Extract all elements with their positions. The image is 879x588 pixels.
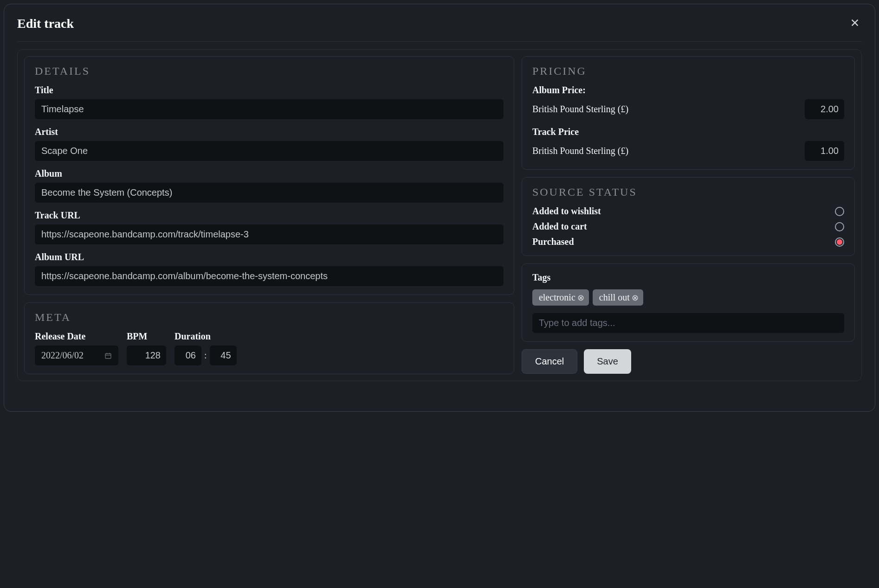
wishlist-row: Added to wishlist xyxy=(532,206,844,217)
release-date-label: Release Date xyxy=(35,331,118,342)
source-status-heading: SOURCE STATUS xyxy=(532,186,844,198)
radio-dot-icon xyxy=(837,239,842,245)
modal-title: Edit track xyxy=(17,16,74,31)
duration-label: Duration xyxy=(175,331,237,342)
purchased-radio[interactable] xyxy=(835,237,844,247)
album-currency-label: British Pound Sterling (£) xyxy=(532,104,628,115)
tags-list: electronic⊗ chill out⊗ xyxy=(532,289,844,306)
album-label: Album xyxy=(35,168,504,179)
tag-chill-out: chill out⊗ xyxy=(593,289,643,306)
track-price-row: British Pound Sterling (£) xyxy=(532,141,844,161)
wishlist-radio[interactable] xyxy=(835,207,844,216)
pricing-heading: PRICING xyxy=(532,65,844,77)
tag-label: electronic xyxy=(539,292,575,303)
tag-label: chill out xyxy=(599,292,630,303)
tags-heading: Tags xyxy=(532,272,844,283)
left-column: DETAILS Title Artist Album Track URL Alb… xyxy=(24,56,514,374)
album-price-label: Album Price: xyxy=(532,85,844,96)
modal-header: Edit track xyxy=(17,15,862,42)
purchased-label: Purchased xyxy=(532,236,574,247)
purchased-row: Purchased xyxy=(532,236,844,247)
close-icon xyxy=(850,18,860,28)
tags-panel: Tags electronic⊗ chill out⊗ xyxy=(522,263,855,342)
meta-panel: META Release Date 2022/06/02 BPM xyxy=(24,302,514,374)
track-url-input[interactable] xyxy=(35,224,504,244)
cancel-button[interactable]: Cancel xyxy=(522,349,577,374)
tag-remove-icon[interactable]: ⊗ xyxy=(632,293,639,303)
details-panel: DETAILS Title Artist Album Track URL Alb… xyxy=(24,56,514,295)
duration-field: Duration : xyxy=(175,331,237,365)
details-heading: DETAILS xyxy=(35,65,504,77)
meta-row: Release Date 2022/06/02 BPM Duration xyxy=(35,331,504,365)
duration-min-input[interactable] xyxy=(175,345,201,365)
release-date-field: Release Date 2022/06/02 xyxy=(35,331,118,365)
album-price-input[interactable] xyxy=(805,99,844,119)
album-url-input[interactable] xyxy=(35,266,504,286)
tag-remove-icon[interactable]: ⊗ xyxy=(577,293,584,303)
artist-input[interactable] xyxy=(35,141,504,161)
track-currency-label: British Pound Sterling (£) xyxy=(532,146,628,156)
track-price-label: Track Price xyxy=(532,127,844,137)
bpm-input[interactable] xyxy=(127,345,166,365)
album-input[interactable] xyxy=(35,183,504,203)
duration-group: : xyxy=(175,345,237,365)
wishlist-label: Added to wishlist xyxy=(532,206,601,217)
release-date-value: 2022/06/02 xyxy=(41,350,84,361)
track-url-label: Track URL xyxy=(35,210,504,221)
right-column: PRICING Album Price: British Pound Sterl… xyxy=(522,56,855,374)
track-price-input[interactable] xyxy=(805,141,844,161)
cart-row: Added to cart xyxy=(532,221,844,232)
title-label: Title xyxy=(35,85,504,96)
modal-body: DETAILS Title Artist Album Track URL Alb… xyxy=(17,49,862,381)
duration-sec-input[interactable] xyxy=(210,345,237,365)
calendar-icon xyxy=(104,352,112,359)
source-status-panel: SOURCE STATUS Added to wishlist Added to… xyxy=(522,177,855,256)
title-input[interactable] xyxy=(35,99,504,119)
edit-track-modal: Edit track DETAILS Title Artist Album Tr… xyxy=(4,4,875,412)
album-price-row: British Pound Sterling (£) xyxy=(532,99,844,119)
close-button[interactable] xyxy=(848,15,862,32)
duration-separator: : xyxy=(204,350,207,361)
bpm-field: BPM xyxy=(127,331,166,365)
artist-label: Artist xyxy=(35,127,504,137)
meta-heading: META xyxy=(35,311,504,324)
album-url-label: Album URL xyxy=(35,252,504,262)
pricing-panel: PRICING Album Price: British Pound Sterl… xyxy=(522,56,855,170)
svg-rect-2 xyxy=(105,353,111,358)
cart-label: Added to cart xyxy=(532,221,587,232)
save-button[interactable]: Save xyxy=(584,349,631,374)
bpm-label: BPM xyxy=(127,331,166,342)
tags-input[interactable] xyxy=(532,313,844,333)
tag-electronic: electronic⊗ xyxy=(532,289,589,306)
cart-radio[interactable] xyxy=(835,222,844,231)
button-row: Cancel Save xyxy=(522,349,855,374)
release-date-input[interactable]: 2022/06/02 xyxy=(35,345,118,365)
